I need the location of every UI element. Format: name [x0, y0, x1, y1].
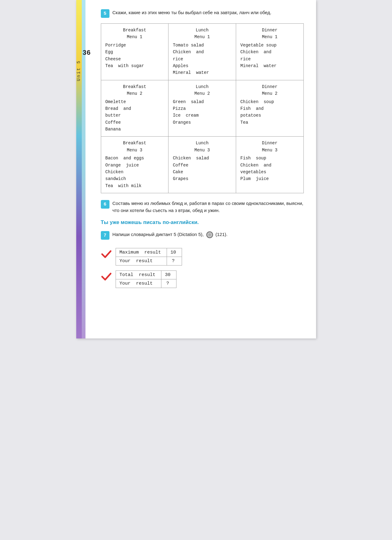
exercise-6-instruction: Составь меню из любимых блюд и, работая …	[113, 200, 304, 214]
menu-title-d3: DinnerMenu 3	[240, 140, 299, 154]
exercise-5-badge: 5	[101, 9, 109, 18]
exercise-6-badge: 6	[101, 200, 109, 209]
table-row: Your result ?	[116, 279, 176, 288]
unit-label: Unit 5	[76, 60, 81, 81]
exercise-6-header: 6 Составь меню из любимых блюд и, работа…	[101, 200, 304, 214]
table-row: Your result ?	[116, 257, 182, 266]
page-number: 36	[76, 49, 97, 57]
cd-icon	[206, 231, 213, 238]
result-value: 30	[161, 271, 176, 279]
exercise-5-instruction: Скажи, какие из этих меню ты бы выбрал с…	[113, 9, 304, 16]
table-row: Maximum result 10	[116, 248, 182, 257]
menu-cell-dinner-3: DinnerMenu 3 Fish soupChicken andvegetab…	[236, 137, 304, 193]
menu-title-d1: DinnerMenu 1	[240, 27, 299, 41]
menu-title-d2: DinnerMenu 2	[240, 83, 299, 97]
result-label: Total result	[116, 271, 161, 279]
exercise-7-badge: 7	[101, 231, 109, 240]
result-label: Your result	[116, 279, 161, 288]
page: 36 Unit 5 5 Скажи, какие из этих меню ты…	[76, 0, 316, 338]
exercise-5-header: 5 Скажи, какие из этих меню ты бы выбрал…	[101, 9, 304, 18]
menu-title-l1: LunchMenu 1	[173, 27, 232, 41]
exercise-7-instruction: Напиши словарный диктант 5 (Dictation 5)…	[113, 231, 228, 238]
result-value: ?	[167, 257, 182, 266]
menu-title-b2: BreakfastMenu 2	[105, 83, 164, 97]
menu-cell-lunch-3: LunchMenu 3 Chicken saladCoffeeCakeGrape…	[168, 137, 236, 193]
menu-cell-breakfast-2: BreakfastMenu 2 OmeletteBread andbutterC…	[101, 80, 169, 137]
menu-cell-dinner-2: DinnerMenu 2 Chicken soupFish andpotatoe…	[236, 80, 304, 137]
menu-title-l2: LunchMenu 2	[173, 83, 232, 97]
result-label: Maximum result	[116, 248, 167, 257]
exercise-7-header: 7 Напиши словарный диктант 5 (Dictation …	[101, 231, 304, 242]
result-value: 10	[167, 248, 182, 257]
menu-cell-breakfast-1: BreakfastMenu 1 PorridgeEggCheeseTea wit…	[101, 24, 169, 80]
menu-cell-lunch-2: LunchMenu 2 Green saladPizzaIce creamOra…	[168, 80, 236, 137]
result-table-2: Total result 30 Your result ?	[116, 270, 176, 288]
menu-cell-breakfast-3: BreakfastMenu 3 Bacon and eggsOrange jui…	[101, 137, 169, 193]
table-row: Total result 30	[116, 271, 176, 279]
menu-cell-lunch-1: LunchMenu 1 Tomato saladChicken andriceA…	[168, 24, 236, 80]
result-value: ?	[161, 279, 176, 288]
menu-title-b1: BreakfastMenu 1	[105, 27, 164, 41]
menu-title-b3: BreakfastMenu 3	[105, 140, 164, 154]
spine-decoration: 36 Unit 5	[76, 0, 98, 338]
menu-title-l3: LunchMenu 3	[173, 140, 232, 154]
result-row-1: Maximum result 10 Your result ?	[101, 248, 304, 266]
page-number-area: 36 Unit 5	[76, 49, 97, 81]
menu-cell-dinner-1: DinnerMenu 1 Vegetable soupChicken andri…	[236, 24, 304, 80]
checkmark-icon-2	[101, 271, 112, 282]
menu-grid: BreakfastMenu 1 PorridgeEggCheeseTea wit…	[101, 23, 304, 193]
result-row-2: Total result 30 Your result ?	[101, 270, 304, 288]
result-label: Your result	[116, 257, 167, 266]
result-table-1: Maximum result 10 Your result ?	[116, 248, 182, 266]
checkmark-icon-1	[101, 249, 112, 260]
can-write-banner: Ты уже можешь писать по-английски.	[101, 219, 304, 226]
